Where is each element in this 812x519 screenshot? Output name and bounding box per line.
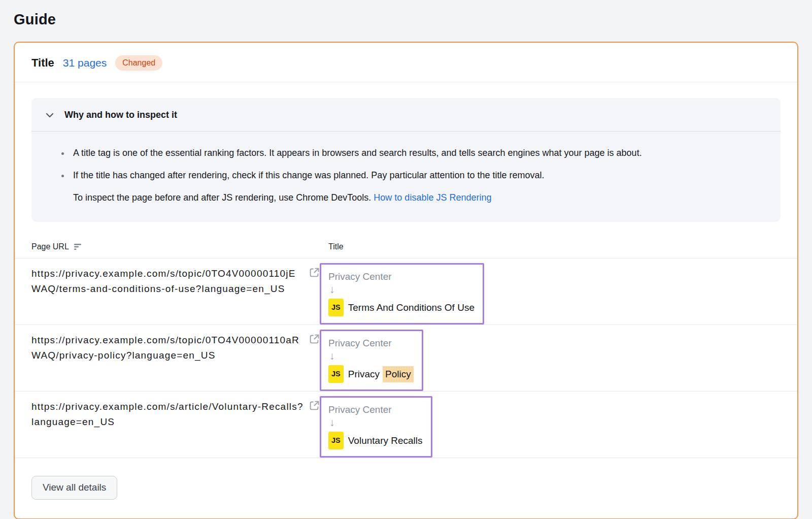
view-all-details-button[interactable]: View all details [31, 476, 117, 500]
disable-js-rendering-link[interactable]: How to disable JS Rendering [374, 192, 491, 203]
page-title: Guide [14, 11, 798, 28]
changed-to-arrow-icon: ↓ [329, 417, 423, 429]
inspect-bullet-list: A title tag is one of the essential rank… [55, 145, 750, 183]
page-url-header-label: Page URL [31, 242, 69, 251]
table-row: https://privacy.example.com/s/topic/0TO4… [15, 325, 797, 391]
changed-to-arrow-icon: ↓ [329, 284, 475, 296]
inspect-note: To inspect the page before and after JS … [73, 190, 750, 206]
card-footer: View all details [15, 458, 797, 518]
inspect-bullet: A title tag is one of the essential rank… [70, 145, 750, 161]
new-title-text: Voluntary Recalls [348, 434, 423, 447]
why-how-panel-toggle[interactable]: Why and how to inspect it [31, 98, 781, 131]
js-badge: JS [328, 432, 344, 449]
page-url-text: https://privacy.example.com/s/topic/0TO4… [31, 325, 303, 363]
new-title-text: Terms And Conditions Of Use [348, 301, 475, 314]
issue-title: Title [31, 56, 54, 70]
highlighted-word: Policy [383, 366, 414, 382]
title-cell: Privacy Center ↓ JS Voluntary Recalls [320, 392, 781, 458]
new-title-text: Privacy [348, 367, 380, 381]
chevron-down-icon [46, 113, 54, 118]
old-title-text: Privacy Center [328, 403, 423, 416]
external-link-icon[interactable] [303, 392, 320, 411]
why-how-title: Why and how to inspect it [64, 110, 177, 120]
why-how-panel: Why and how to inspect it A title tag is… [31, 98, 781, 222]
sort-descending-icon [74, 244, 82, 250]
header-divider [15, 82, 797, 82]
column-header-title: Title [320, 242, 344, 251]
title-cell: Privacy Center ↓ JS Terms And Conditions… [320, 258, 781, 325]
title-issue-card: Title 31 pages Changed Why and how to in… [14, 42, 798, 519]
changed-to-arrow-icon: ↓ [329, 350, 414, 363]
table-header-row: Page URL Title [15, 222, 797, 258]
js-badge: JS [328, 299, 344, 316]
card-header: Title 31 pages Changed [15, 43, 797, 82]
table-row: https://privacy.example.com/s/article/Vo… [15, 391, 797, 458]
inspect-note-text: To inspect the page before and after JS … [73, 192, 374, 203]
page-url-text: https://privacy.example.com/s/topic/0TO4… [31, 258, 303, 297]
new-title-row: JS Terms And Conditions Of Use [328, 299, 475, 316]
old-title-text: Privacy Center [328, 270, 475, 283]
changed-status-badge: Changed [115, 55, 162, 71]
external-link-icon[interactable] [303, 258, 320, 278]
table-row: https://privacy.example.com/s/topic/0TO4… [15, 258, 797, 325]
why-how-body: A title tag is one of the essential rank… [31, 132, 781, 222]
new-title-row: JS Privacy Policy [328, 365, 414, 383]
js-badge: JS [328, 365, 344, 383]
pages-count-link[interactable]: 31 pages [63, 57, 107, 69]
page-url-text: https://privacy.example.com/s/article/Vo… [31, 392, 303, 430]
title-change-highlight-box: Privacy Center ↓ JS Terms And Conditions… [320, 263, 484, 325]
new-title-row: JS Voluntary Recalls [328, 432, 423, 449]
title-change-highlight-box: Privacy Center ↓ JS Voluntary Recalls [320, 396, 432, 458]
external-link-icon[interactable] [303, 325, 320, 344]
inspect-bullet: If the title has changed after rendering… [70, 168, 750, 183]
old-title-text: Privacy Center [328, 336, 414, 350]
column-header-page-url[interactable]: Page URL [31, 242, 320, 251]
title-cell: Privacy Center ↓ JS Privacy Policy [320, 325, 781, 391]
title-change-highlight-box: Privacy Center ↓ JS Privacy Policy [320, 330, 423, 391]
